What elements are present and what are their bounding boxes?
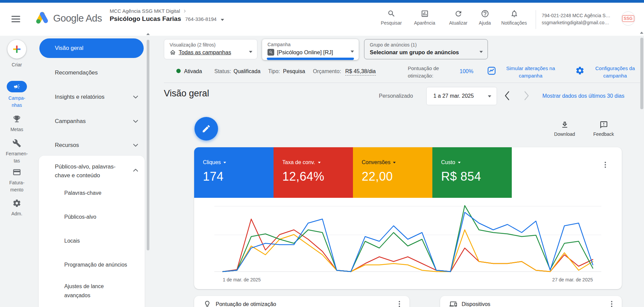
metric-card-conversions[interactable]: Conversões 22,00 bbox=[353, 147, 432, 198]
rail-item-tools[interactable]: Ferramen- tas bbox=[0, 139, 34, 164]
nav-item-ad-schedule[interactable]: Programação de anúncios bbox=[64, 262, 127, 268]
metric-card-conv-rate[interactable]: Taxa de conv. 12,64% bbox=[274, 147, 353, 198]
nav-item-locations[interactable]: Locais bbox=[64, 238, 80, 244]
metric-card-clicks[interactable]: Cliques 174 bbox=[194, 147, 274, 198]
avatar-initials: SSG bbox=[622, 15, 635, 22]
feedback-button[interactable]: Feedback bbox=[587, 121, 620, 137]
date-prev-chevron-icon[interactable] bbox=[504, 91, 510, 100]
notifications-bell-icon bbox=[510, 9, 518, 18]
campaign-filter-dropdown[interactable]: Campanha [Psicólogo Online] [RJ] bbox=[262, 39, 359, 60]
search-button[interactable]: Pesquisar bbox=[375, 9, 407, 26]
chevron-down-icon[interactable] bbox=[133, 144, 138, 147]
chevron-up-icon[interactable] bbox=[133, 168, 138, 172]
metric-clicks-value: 174 bbox=[203, 170, 224, 184]
credit-card-icon bbox=[12, 168, 21, 177]
simulate-icon[interactable] bbox=[487, 66, 496, 75]
google-ads-logo-icon bbox=[34, 11, 50, 26]
date-range-picker[interactable]: 1 a 27 mar. 2025 bbox=[426, 87, 497, 105]
chevron-down-icon[interactable] bbox=[133, 96, 138, 99]
trophy-icon bbox=[12, 115, 21, 123]
show-last-30-days-link[interactable]: Mostrar dados dos últimos 30 dias bbox=[542, 93, 624, 99]
budget-value[interactable]: R$ 45,38/dia bbox=[345, 68, 376, 75]
edit-fab-button[interactable] bbox=[194, 117, 218, 141]
optimization-score-label: Pontuação de otimização: bbox=[408, 65, 439, 80]
help-button[interactable]: Ajuda bbox=[469, 9, 501, 26]
rail-item-campaigns[interactable]: Campa- nhas bbox=[0, 81, 34, 109]
campaign-settings-link[interactable]: Configurações da campanha bbox=[588, 65, 642, 80]
nav-campaigns-label: Campanhas bbox=[55, 118, 86, 124]
chevron-down-icon[interactable] bbox=[133, 120, 138, 123]
nav-item-overview[interactable]: Visão geral bbox=[39, 38, 144, 58]
nav-item-insights[interactable]: Insights e relatórios bbox=[55, 94, 104, 100]
notifications-label: Notificações bbox=[498, 20, 530, 26]
metric-clicks-caret-icon[interactable] bbox=[223, 162, 226, 163]
nav-keywords-label: Palavras-chave bbox=[64, 190, 101, 196]
adgroup-filter-dropdown[interactable]: Grupo de anúncios (1) Selecionar um grup… bbox=[364, 39, 488, 59]
metric-conv-rate-value: 12,64% bbox=[282, 170, 324, 184]
nav-section-line1: Públicos-alvo, palavras- bbox=[55, 162, 132, 171]
nav-item-assets[interactable]: Recursos bbox=[55, 142, 79, 149]
feedback-icon bbox=[600, 121, 608, 129]
metric-conv-rate-caret-icon[interactable] bbox=[318, 162, 321, 163]
main-menu-button[interactable] bbox=[11, 14, 20, 24]
campaign-search-icon bbox=[267, 49, 274, 56]
nav-item-keywords[interactable]: Palavras-chave bbox=[64, 190, 101, 196]
campaign-filter-caret-icon bbox=[351, 51, 354, 53]
avatar[interactable]: SSG bbox=[621, 11, 635, 26]
view-filter-caret-icon bbox=[249, 51, 252, 53]
google-ads-logo[interactable]: Google Ads bbox=[34, 11, 102, 26]
metric-cost-value: R$ 854 bbox=[441, 170, 481, 184]
optimization-score-card: Pontuação de otimização bbox=[194, 296, 409, 307]
rail-item-create[interactable]: Criar bbox=[0, 40, 34, 68]
metric-cost-caret-icon[interactable] bbox=[458, 162, 461, 163]
download-label: Download bbox=[548, 131, 581, 137]
metric-card-cost[interactable]: Custo R$ 854 bbox=[432, 147, 512, 198]
nav-item-recommendations[interactable]: Recomendações bbox=[55, 69, 98, 76]
rail-tools-label-line2: tas bbox=[0, 157, 34, 164]
chart-kebab-menu[interactable] bbox=[602, 161, 609, 169]
date-next-chevron-icon[interactable] bbox=[524, 91, 530, 100]
home-icon bbox=[170, 49, 176, 56]
download-button[interactable]: Download bbox=[548, 121, 581, 137]
budget-label: Orçamento: bbox=[313, 68, 341, 74]
optimization-score-value[interactable]: 100% bbox=[460, 68, 473, 74]
account-picker-caret-icon[interactable] bbox=[221, 19, 224, 21]
campaign-settings-gear-icon[interactable] bbox=[575, 66, 584, 75]
rail-item-admin[interactable]: Adm. bbox=[0, 199, 34, 217]
type-value: Pesquisa bbox=[283, 68, 305, 74]
nav-item-campaigns[interactable]: Campanhas bbox=[55, 118, 86, 125]
nav-scrollbar-up-arrow[interactable] bbox=[146, 33, 150, 35]
page-scrollbar-up-arrow[interactable] bbox=[640, 32, 643, 34]
nav-item-audiences[interactable]: Públicos-alvo bbox=[64, 214, 96, 220]
profile-info[interactable]: 794-021-2248 MCC Agência S… ssgmarketing… bbox=[542, 12, 618, 26]
help-icon bbox=[481, 9, 489, 18]
status-divider bbox=[164, 83, 642, 83]
adgroup-filter-label: Grupo de anúncios (1) bbox=[370, 42, 417, 48]
campaign-filter-value: [Psicólogo Online] [RJ] bbox=[277, 49, 333, 56]
account-name[interactable]: Psicólogo Lucas Farias bbox=[110, 15, 181, 23]
page-scrollbar[interactable] bbox=[640, 38, 643, 109]
breadcrumb-mcc[interactable]: MCC Agência SSG MKT Digital bbox=[110, 8, 180, 14]
view-filter-value: Todas as campanhas bbox=[179, 49, 231, 56]
nav-overview-label: Visão geral bbox=[55, 45, 83, 51]
lightbulb-icon bbox=[204, 300, 211, 307]
search-icon bbox=[387, 9, 396, 18]
appearance-button[interactable]: Aparência bbox=[408, 9, 441, 26]
view-filter-dropdown[interactable]: Visualização (2 filtros) Todas as campan… bbox=[164, 39, 257, 59]
rail-item-goals[interactable]: Metas bbox=[0, 115, 34, 133]
optimization-card-kebab-menu[interactable] bbox=[396, 300, 403, 307]
profile-account-line: 794-021-2248 MCC Agência S… bbox=[542, 12, 618, 19]
metric-conversions-value: 22,00 bbox=[362, 170, 393, 184]
nav-item-bid-adjustments[interactable]: Ajustes de lance avançados bbox=[64, 282, 104, 300]
date-range-caret-icon bbox=[488, 95, 491, 97]
rail-item-billing[interactable]: Fatura- mento bbox=[0, 168, 34, 193]
devices-card-kebab-menu[interactable] bbox=[608, 300, 615, 307]
nav-item-audiences-keywords-content[interactable]: Públicos-alvo, palavras- chave e conteúd… bbox=[55, 162, 132, 180]
x-axis-end-label: 27 de mar. de 2025 bbox=[531, 277, 593, 282]
nav-section-line2: chave e conteúdo bbox=[55, 171, 132, 180]
metric-conversions-caret-icon[interactable] bbox=[393, 162, 396, 163]
simulate-changes-link[interactable]: Simular alterações na campanha bbox=[501, 65, 561, 80]
nav-scrollbar[interactable] bbox=[147, 40, 149, 250]
notifications-button[interactable]: Notificações bbox=[498, 9, 530, 26]
feedback-label: Feedback bbox=[587, 131, 620, 137]
